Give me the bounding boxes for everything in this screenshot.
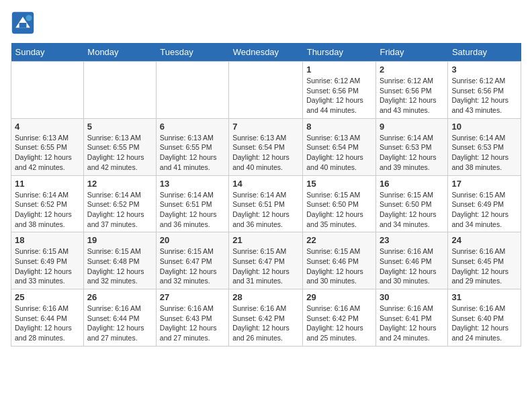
calendar-cell: 21Sunrise: 6:15 AM Sunset: 6:47 PM Dayli… [229,232,303,289]
day-number: 23 [380,235,444,245]
day-number: 31 [451,292,517,302]
svg-point-3 [26,15,32,21]
calendar-cell: 18Sunrise: 6:15 AM Sunset: 6:49 PM Dayli… [11,232,84,289]
calendar-cell: 5Sunrise: 6:13 AM Sunset: 6:55 PM Daylig… [83,118,156,175]
day-number: 18 [15,235,80,245]
day-info: Sunrise: 6:14 AM Sunset: 6:52 PM Dayligh… [15,190,80,230]
day-info: Sunrise: 6:15 AM Sunset: 6:46 PM Dayligh… [306,246,372,286]
calendar-cell: 28Sunrise: 6:16 AM Sunset: 6:42 PM Dayli… [229,289,303,347]
day-number: 2 [380,64,444,75]
day-info: Sunrise: 6:15 AM Sunset: 6:50 PM Dayligh… [306,190,372,230]
day-info: Sunrise: 6:15 AM Sunset: 6:47 PM Dayligh… [160,246,225,286]
weekday-header-saturday: Saturday [448,43,521,62]
calendar-cell: 6Sunrise: 6:13 AM Sunset: 6:55 PM Daylig… [156,118,228,175]
calendar-cell: 11Sunrise: 6:14 AM Sunset: 6:52 PM Dayli… [11,175,84,232]
weekday-header-friday: Friday [375,43,447,62]
calendar-cell: 2Sunrise: 6:12 AM Sunset: 6:56 PM Daylig… [375,62,447,119]
calendar-cell: 23Sunrise: 6:16 AM Sunset: 6:46 PM Dayli… [375,232,447,289]
day-info: Sunrise: 6:13 AM Sunset: 6:54 PM Dayligh… [306,133,372,173]
day-info: Sunrise: 6:13 AM Sunset: 6:55 PM Dayligh… [15,133,80,173]
day-number: 26 [87,292,152,302]
day-info: Sunrise: 6:13 AM Sunset: 6:55 PM Dayligh… [87,133,152,173]
day-number: 17 [451,179,517,189]
logo [11,11,39,35]
calendar-cell: 8Sunrise: 6:13 AM Sunset: 6:54 PM Daylig… [303,118,376,175]
day-info: Sunrise: 6:14 AM Sunset: 6:53 PM Dayligh… [451,133,517,173]
day-info: Sunrise: 6:14 AM Sunset: 6:53 PM Dayligh… [380,133,444,173]
calendar-cell: 14Sunrise: 6:14 AM Sunset: 6:51 PM Dayli… [229,175,303,232]
day-number: 11 [15,179,80,189]
calendar-cell: 12Sunrise: 6:14 AM Sunset: 6:52 PM Dayli… [83,175,156,232]
day-info: Sunrise: 6:16 AM Sunset: 6:46 PM Dayligh… [380,246,444,286]
day-info: Sunrise: 6:16 AM Sunset: 6:44 PM Dayligh… [87,304,152,343]
calendar-cell: 15Sunrise: 6:15 AM Sunset: 6:50 PM Dayli… [303,175,376,232]
day-info: Sunrise: 6:13 AM Sunset: 6:55 PM Dayligh… [160,133,225,173]
calendar-cell: 9Sunrise: 6:14 AM Sunset: 6:53 PM Daylig… [375,118,447,175]
day-number: 1 [306,64,372,75]
calendar-cell: 30Sunrise: 6:16 AM Sunset: 6:41 PM Dayli… [375,289,447,347]
svg-rect-2 [19,23,27,28]
day-info: Sunrise: 6:16 AM Sunset: 6:41 PM Dayligh… [380,304,444,343]
day-number: 19 [87,235,152,245]
day-number: 25 [15,292,80,302]
day-info: Sunrise: 6:15 AM Sunset: 6:47 PM Dayligh… [232,246,299,286]
day-info: Sunrise: 6:16 AM Sunset: 6:45 PM Dayligh… [451,246,517,286]
calendar-cell: 3Sunrise: 6:12 AM Sunset: 6:56 PM Daylig… [448,62,521,119]
day-info: Sunrise: 6:15 AM Sunset: 6:49 PM Dayligh… [451,190,517,230]
calendar-cell: 25Sunrise: 6:16 AM Sunset: 6:44 PM Dayli… [11,289,84,347]
day-info: Sunrise: 6:15 AM Sunset: 6:50 PM Dayligh… [380,190,444,230]
day-number: 6 [160,122,225,132]
calendar-cell: 13Sunrise: 6:14 AM Sunset: 6:51 PM Dayli… [156,175,228,232]
calendar-cell: 27Sunrise: 6:16 AM Sunset: 6:43 PM Dayli… [156,289,228,347]
day-info: Sunrise: 6:14 AM Sunset: 6:52 PM Dayligh… [87,190,152,230]
day-number: 14 [232,179,299,189]
weekday-header-sunday: Sunday [11,43,84,62]
day-number: 28 [232,292,299,302]
weekday-header-thursday: Thursday [303,43,376,62]
calendar-cell [11,62,84,119]
day-number: 24 [451,235,517,245]
day-number: 8 [306,122,372,132]
day-number: 5 [87,122,152,132]
day-number: 16 [380,179,444,189]
weekday-header-monday: Monday [83,43,156,62]
day-info: Sunrise: 6:16 AM Sunset: 6:42 PM Dayligh… [232,304,299,343]
day-number: 20 [160,235,225,245]
header [11,11,521,35]
day-info: Sunrise: 6:13 AM Sunset: 6:54 PM Dayligh… [232,133,299,173]
calendar-cell: 20Sunrise: 6:15 AM Sunset: 6:47 PM Dayli… [156,232,228,289]
day-info: Sunrise: 6:12 AM Sunset: 6:56 PM Dayligh… [451,76,517,116]
day-info: Sunrise: 6:16 AM Sunset: 6:44 PM Dayligh… [15,304,80,343]
day-info: Sunrise: 6:15 AM Sunset: 6:48 PM Dayligh… [87,246,152,286]
weekday-header-tuesday: Tuesday [156,43,228,62]
calendar-cell: 1Sunrise: 6:12 AM Sunset: 6:56 PM Daylig… [303,62,376,119]
calendar-cell: 4Sunrise: 6:13 AM Sunset: 6:55 PM Daylig… [11,118,84,175]
calendar-cell [156,62,228,119]
day-number: 30 [380,292,444,302]
weekday-header-wednesday: Wednesday [229,43,303,62]
day-number: 13 [160,179,225,189]
calendar-cell: 22Sunrise: 6:15 AM Sunset: 6:46 PM Dayli… [303,232,376,289]
day-info: Sunrise: 6:14 AM Sunset: 6:51 PM Dayligh… [232,190,299,230]
calendar-cell: 31Sunrise: 6:16 AM Sunset: 6:40 PM Dayli… [448,289,521,347]
day-number: 12 [87,179,152,189]
day-info: Sunrise: 6:16 AM Sunset: 6:43 PM Dayligh… [160,304,225,343]
day-number: 27 [160,292,225,302]
day-info: Sunrise: 6:12 AM Sunset: 6:56 PM Dayligh… [380,76,444,116]
calendar-table: SundayMondayTuesdayWednesdayThursdayFrid… [11,43,521,347]
calendar-cell: 24Sunrise: 6:16 AM Sunset: 6:45 PM Dayli… [448,232,521,289]
day-info: Sunrise: 6:12 AM Sunset: 6:56 PM Dayligh… [306,76,372,116]
calendar-cell: 17Sunrise: 6:15 AM Sunset: 6:49 PM Dayli… [448,175,521,232]
calendar-cell: 16Sunrise: 6:15 AM Sunset: 6:50 PM Dayli… [375,175,447,232]
day-number: 3 [451,64,517,75]
day-number: 9 [380,122,444,132]
day-number: 7 [232,122,299,132]
day-info: Sunrise: 6:15 AM Sunset: 6:49 PM Dayligh… [15,246,80,286]
day-number: 21 [232,235,299,245]
calendar-cell: 26Sunrise: 6:16 AM Sunset: 6:44 PM Dayli… [83,289,156,347]
day-number: 15 [306,179,372,189]
day-number: 10 [451,122,517,132]
logo-icon [11,11,35,35]
calendar-cell: 7Sunrise: 6:13 AM Sunset: 6:54 PM Daylig… [229,118,303,175]
day-number: 29 [306,292,372,302]
